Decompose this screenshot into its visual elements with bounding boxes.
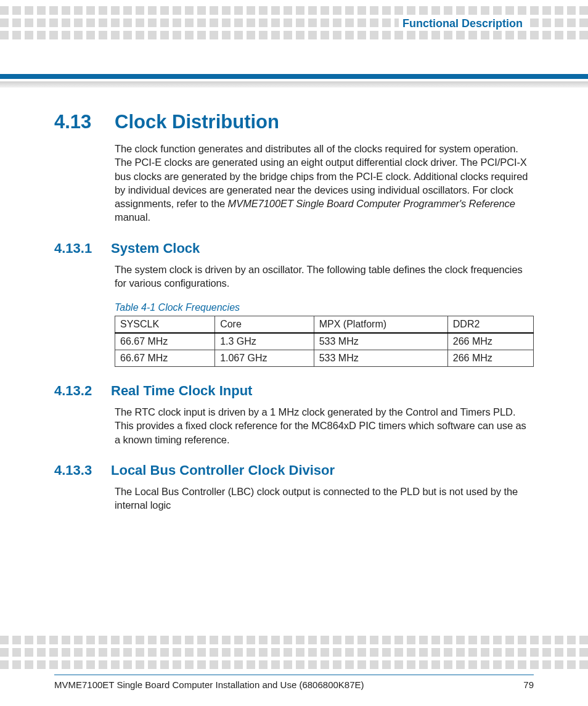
cell: 1.067 GHz (215, 350, 314, 367)
subsection-1-title: System Clock (111, 240, 200, 257)
cell: 66.67 MHz (115, 333, 215, 350)
header-rule-grey (0, 81, 588, 88)
table-caption: Table 4-1 Clock Frequencies (115, 302, 534, 313)
cell: 533 MHz (314, 350, 447, 367)
subsection-3-title: Local Bus Controller Clock Divisor (111, 462, 335, 478)
cell: 266 MHz (447, 333, 533, 350)
section-intro-ref: MVME7100ET Single Board Computer Program… (228, 198, 515, 209)
subsection-3-body: The Local Bus Controller (LBC) clock out… (115, 485, 534, 512)
section-intro: The clock function generates and distrib… (115, 142, 534, 224)
footer-left: MVME7100ET Single Board Computer Install… (54, 679, 364, 690)
subsection-2-number: 4.13.2 (54, 383, 100, 399)
decor-dots-bottom (0, 636, 588, 669)
subsection-2-title: Real Time Clock Input (111, 383, 252, 399)
th-core: Core (215, 316, 314, 334)
footer-page-number: 79 (523, 679, 534, 690)
table-header-row: SYSCLK Core MPX (Platform) DDR2 (115, 316, 534, 334)
table-row: 66.67 MHz 1.3 GHz 533 MHz 266 MHz (115, 333, 534, 350)
section-title: Clock Distribution (115, 111, 279, 133)
subsection-1-body: The system clock is driven by an oscilla… (115, 263, 534, 290)
th-mpx: MPX (Platform) (314, 316, 447, 334)
th-sysclk: SYSCLK (115, 316, 215, 334)
th-ddr2: DDR2 (447, 316, 533, 334)
section-number: 4.13 (54, 111, 100, 133)
subsection-2-body: The RTC clock input is driven by a 1 MHz… (115, 405, 534, 446)
cell: 266 MHz (447, 350, 533, 367)
table-row: 66.67 MHz 1.067 GHz 533 MHz 266 MHz (115, 350, 534, 367)
cell: 533 MHz (314, 333, 447, 350)
header-rule-blue (0, 74, 588, 79)
section-intro-b: manual. (115, 211, 150, 223)
subsection-1-number: 4.13.1 (54, 240, 100, 257)
cell: 1.3 GHz (215, 333, 314, 350)
cell: 66.67 MHz (115, 350, 215, 367)
clock-frequencies-table: SYSCLK Core MPX (Platform) DDR2 66.67 MH… (115, 316, 534, 367)
header-section-label: Functional Description (399, 17, 526, 30)
subsection-3-number: 4.13.3 (54, 462, 100, 478)
footer-rule (54, 675, 534, 675)
